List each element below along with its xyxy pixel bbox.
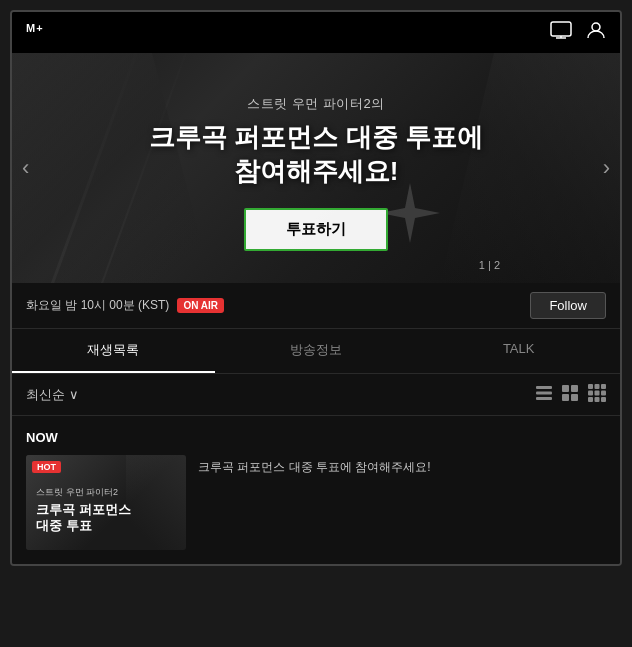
logo-m: M xyxy=(26,22,36,34)
thumb-title-line2: 대중 투표 xyxy=(36,518,92,533)
header-icons xyxy=(550,20,606,45)
tv-icon[interactable] xyxy=(550,21,572,44)
svg-rect-10 xyxy=(562,394,569,401)
tab-broadcast[interactable]: 방송정보 xyxy=(215,329,418,373)
hero-banner: ‹ 스트릿 우먼 파이터2의 크루곡 퍼포먼스 대중 투표에 참여해주세요! 투… xyxy=(12,53,620,283)
svg-point-3 xyxy=(592,23,600,31)
hero-prev-button[interactable]: ‹ xyxy=(16,145,35,191)
sort-label: 최신순 xyxy=(26,386,65,404)
card-thumbnail[interactable]: HOT 스트릿 우먼 파이터2 크루곡 퍼포먼스 대중 투표 xyxy=(26,455,186,550)
tab-playlist[interactable]: 재생목록 xyxy=(12,329,215,373)
thumb-show-name: 스트릿 우먼 파이터2 xyxy=(36,486,176,499)
hero-title-line2: 참여해주세요! xyxy=(234,156,399,186)
on-air-badge: ON AIR xyxy=(177,298,224,313)
tabs: 재생목록 방송정보 TALK xyxy=(12,329,620,374)
large-grid-view-icon[interactable] xyxy=(588,384,606,405)
profile-icon[interactable] xyxy=(586,20,606,45)
toolbar: 최신순 ∨ xyxy=(12,374,620,416)
page-indicator: 1 | 2 xyxy=(479,259,500,271)
svg-rect-0 xyxy=(551,22,571,36)
svg-rect-11 xyxy=(571,394,578,401)
content-area: NOW HOT 스트릿 우먼 파이터2 크루곡 퍼포먼스 대중 투표 크루곡 퍼… xyxy=(12,416,620,564)
hero-title-line1: 크루곡 퍼포먼스 대중 투표에 xyxy=(149,122,483,152)
svg-rect-15 xyxy=(588,391,593,396)
hero-subtitle: 스트릿 우먼 파이터2의 xyxy=(149,95,483,113)
follow-button[interactable]: Follow xyxy=(530,292,606,319)
svg-rect-12 xyxy=(588,384,593,389)
thumb-title: 크루곡 퍼포먼스 대중 투표 xyxy=(36,502,176,533)
svg-rect-13 xyxy=(595,384,600,389)
sort-selector[interactable]: 최신순 ∨ xyxy=(26,386,79,404)
now-card: HOT 스트릿 우먼 파이터2 크루곡 퍼포먼스 대중 투표 크루곡 퍼포먼스 … xyxy=(26,455,606,550)
vote-button[interactable]: 투표하기 xyxy=(244,208,388,251)
broadcast-info: 화요일 밤 10시 00분 (KST) ON AIR xyxy=(26,297,224,314)
section-now-label: NOW xyxy=(26,430,606,445)
svg-rect-5 xyxy=(536,386,552,389)
chevron-down-icon: ∨ xyxy=(69,387,79,402)
card-description: 크루곡 퍼포먼스 대중 투표에 참여해주세요! xyxy=(198,459,431,476)
hero-next-button[interactable]: › xyxy=(597,145,616,191)
thumb-inner: 스트릿 우먼 파이터2 크루곡 퍼포먼스 대중 투표 xyxy=(26,455,186,550)
svg-rect-14 xyxy=(601,384,606,389)
thumb-text: 스트릿 우먼 파이터2 크루곡 퍼포먼스 대중 투표 xyxy=(36,486,176,533)
view-icons xyxy=(536,384,606,405)
app-logo: M+ xyxy=(26,22,44,44)
tab-talk[interactable]: TALK xyxy=(417,329,620,373)
hero-title: 크루곡 퍼포먼스 대중 투표에 참여해주세요! xyxy=(149,121,483,189)
grid-view-icon[interactable] xyxy=(562,385,578,404)
svg-rect-7 xyxy=(536,397,552,400)
page-current: 1 xyxy=(479,259,485,271)
info-bar: 화요일 밤 10시 00분 (KST) ON AIR Follow xyxy=(12,283,620,329)
app-container: M+ ‹ xyxy=(10,10,622,566)
svg-rect-19 xyxy=(595,397,600,402)
svg-rect-16 xyxy=(595,391,600,396)
svg-rect-20 xyxy=(601,397,606,402)
logo-plus: + xyxy=(36,22,43,34)
svg-rect-17 xyxy=(601,391,606,396)
list-view-icon[interactable] xyxy=(536,386,552,403)
svg-rect-6 xyxy=(536,392,552,395)
svg-rect-9 xyxy=(571,385,578,392)
header: M+ xyxy=(12,12,620,53)
svg-rect-8 xyxy=(562,385,569,392)
page-total: 2 xyxy=(494,259,500,271)
hero-content: 스트릿 우먼 파이터2의 크루곡 퍼포먼스 대중 투표에 참여해주세요! 투표하… xyxy=(149,95,483,252)
broadcast-time: 화요일 밤 10시 00분 (KST) xyxy=(26,297,169,314)
thumb-title-line1: 크루곡 퍼포먼스 xyxy=(36,502,131,517)
svg-rect-18 xyxy=(588,397,593,402)
